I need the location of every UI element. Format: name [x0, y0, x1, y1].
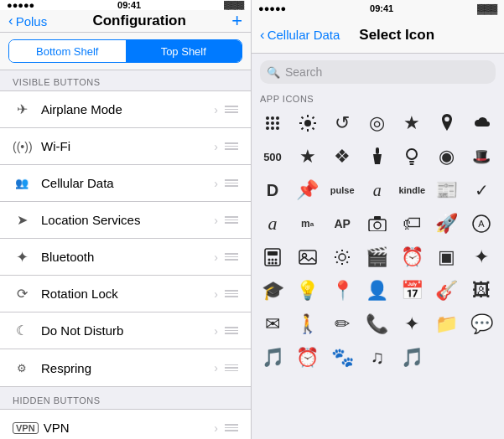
- icon-500px[interactable]: 500: [257, 141, 288, 173]
- icon-pencil[interactable]: ✏: [326, 308, 358, 340]
- status-bar-right: ●●●●● 09:41 ▓▓▓: [252, 0, 504, 17]
- icon-hat[interactable]: 🎩: [465, 141, 497, 173]
- list-item-vpn[interactable]: VPN VPN ›: [0, 410, 251, 439]
- chevron-icon: ›: [214, 421, 218, 435]
- icon-cloud[interactable]: [465, 107, 497, 139]
- reorder-icon[interactable]: [225, 253, 238, 261]
- svg-point-4: [271, 121, 274, 125]
- reorder-icon[interactable]: [225, 424, 238, 431]
- reorder-icon[interactable]: [225, 364, 238, 372]
- icon-mail[interactable]: ✉: [257, 308, 288, 340]
- nav-title-right: Select Icon: [359, 27, 434, 44]
- icon-sun[interactable]: [292, 107, 324, 139]
- icon-pulse-text[interactable]: pulse: [326, 174, 358, 206]
- svg-point-9: [304, 120, 311, 127]
- icon-kindle[interactable]: kindle: [396, 174, 428, 206]
- reorder-icon[interactable]: [225, 327, 238, 334]
- list-item-location[interactable]: ➤ Location Services ›: [0, 202, 251, 239]
- icon-tag[interactable]: 🏷: [396, 208, 428, 240]
- icon-lamp[interactable]: 💡: [292, 275, 324, 307]
- svg-line-17: [301, 128, 303, 130]
- icon-ap[interactable]: AP: [326, 208, 358, 240]
- icon-clock[interactable]: ⏰: [396, 241, 428, 273]
- svg-line-16: [312, 117, 314, 119]
- airplane-icon: ✈: [13, 101, 31, 117]
- icon-folder[interactable]: 📁: [431, 308, 463, 340]
- back-button-left[interactable]: ‹ Polus: [8, 13, 47, 29]
- list-item-respring[interactable]: ⚙ Respring ›: [0, 349, 251, 386]
- visible-buttons-header: VISIBLE BUTTONS: [0, 70, 251, 90]
- svg-point-3: [266, 121, 269, 125]
- icon-gear-complex[interactable]: [326, 241, 358, 273]
- search-bar[interactable]: 🔍 Search: [260, 60, 496, 84]
- icon-paw[interactable]: 🐾: [326, 342, 358, 374]
- location-label: Location Services: [41, 213, 214, 227]
- add-button[interactable]: +: [231, 10, 242, 32]
- nav-bar-right: ‹ Cellular Data Select Icon: [252, 17, 504, 54]
- icon-calendar[interactable]: 📅: [396, 275, 428, 307]
- icon-video[interactable]: 🎬: [361, 241, 393, 273]
- icon-appstore[interactable]: A: [465, 208, 497, 240]
- icon-amazon[interactable]: a: [361, 174, 393, 206]
- icon-phone[interactable]: 📞: [361, 308, 393, 340]
- list-item-cellular[interactable]: 👥 Cellular Data ›: [0, 165, 251, 202]
- icon-timer[interactable]: ⏰: [292, 342, 324, 374]
- icon-idea[interactable]: [396, 141, 428, 173]
- icon-location-pin[interactable]: [431, 107, 463, 139]
- icon-refresh[interactable]: ↺: [326, 107, 358, 139]
- icon-reel[interactable]: ◎: [361, 107, 393, 139]
- list-item-dnd[interactable]: ☾ Do Not Disturb ›: [0, 312, 251, 349]
- icon-flashlight[interactable]: [361, 141, 393, 173]
- icon-script-a[interactable]: a: [257, 208, 288, 240]
- reorder-icon[interactable]: [225, 106, 238, 113]
- icon-layers[interactable]: ❖: [326, 141, 358, 173]
- icon-checkmark[interactable]: ✓: [465, 174, 497, 206]
- list-item-rotation[interactable]: ⟳ Rotation Lock ›: [0, 276, 251, 312]
- list-item-bluetooth[interactable]: ✦ Bluetooth ›: [0, 239, 251, 276]
- svg-point-31: [272, 259, 274, 261]
- icon-person-walk[interactable]: 🚶: [292, 308, 324, 340]
- back-button-right[interactable]: ‹ Cellular Data: [260, 27, 340, 44]
- icon-music[interactable]: 🎵: [257, 342, 288, 374]
- icon-sparkle[interactable]: ✦: [465, 241, 497, 273]
- icon-guitar[interactable]: 🎸: [431, 275, 463, 307]
- list-item-airplane[interactable]: ✈ Airplane Mode ›: [0, 91, 251, 128]
- svg-point-6: [266, 127, 269, 130]
- icon-notes[interactable]: ♫: [361, 342, 393, 374]
- reorder-icon[interactable]: [225, 142, 238, 150]
- icon-map-pin[interactable]: 📍: [326, 275, 358, 307]
- rotation-right: ›: [214, 287, 238, 301]
- icon-newspaper[interactable]: 📰: [431, 174, 463, 206]
- icon-d[interactable]: D: [257, 174, 288, 206]
- icon-star-spark[interactable]: ✦: [396, 308, 428, 340]
- icon-music2[interactable]: 🎵: [396, 342, 428, 374]
- icon-graduation[interactable]: 🎓: [257, 275, 288, 307]
- chevron-icon: ›: [214, 177, 218, 190]
- svg-rect-22: [410, 163, 414, 165]
- icon-picture[interactable]: 🖼: [465, 275, 497, 307]
- icon-book[interactable]: ▣: [431, 241, 463, 273]
- svg-point-38: [339, 254, 346, 261]
- icon-calculator[interactable]: [257, 241, 288, 273]
- list-item-wifi[interactable]: ((•)) Wi-Fi ›: [0, 128, 251, 165]
- icon-star[interactable]: ★: [396, 107, 428, 139]
- segment-bottom-shelf[interactable]: Bottom Shelf: [9, 40, 126, 62]
- icon-circle-q[interactable]: ◉: [431, 141, 463, 173]
- reorder-icon[interactable]: [225, 290, 238, 297]
- svg-line-15: [312, 128, 314, 130]
- reorder-icon[interactable]: [225, 179, 238, 187]
- icon-pushpin[interactable]: 📌: [292, 174, 324, 206]
- icon-chat[interactable]: 💬: [465, 308, 497, 340]
- icon-musixmatch[interactable]: ma: [292, 208, 324, 240]
- respring-label: Respring: [41, 361, 214, 375]
- icon-grid[interactable]: [257, 107, 288, 139]
- cellular-right: ›: [214, 177, 238, 190]
- icon-bookmark-star[interactable]: ★: [292, 141, 324, 173]
- icon-photo[interactable]: [292, 241, 324, 273]
- segment-top-shelf[interactable]: Top Shelf: [126, 40, 242, 62]
- back-label-right: Cellular Data: [268, 28, 340, 42]
- reorder-icon[interactable]: [225, 216, 238, 224]
- icon-camera-retro[interactable]: [361, 208, 393, 240]
- icon-rocket[interactable]: 🚀: [431, 208, 463, 240]
- icon-person[interactable]: 👤: [361, 275, 393, 307]
